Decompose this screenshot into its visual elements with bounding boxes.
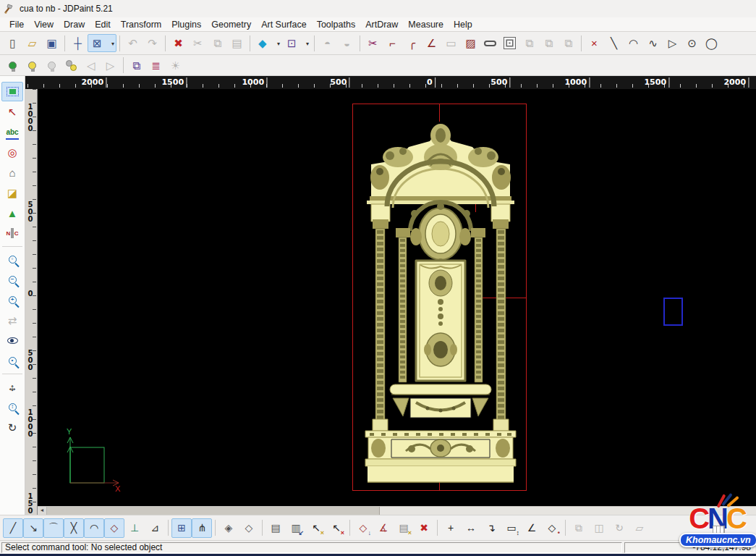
layer-manager-button[interactable]: ≣: [146, 56, 166, 75]
menu-edit[interactable]: Edit: [90, 18, 116, 31]
menu-toolpaths[interactable]: Toolpaths: [312, 18, 361, 31]
open-file-button[interactable]: ▱: [22, 34, 42, 52]
snap-endpoint-button[interactable]: ╱: [3, 518, 23, 538]
relief-tool-button[interactable]: ▲: [1, 203, 23, 223]
point-tool-button[interactable]: +: [441, 518, 461, 538]
zoom-scale-button[interactable]: [1, 397, 23, 417]
menu-file[interactable]: File: [4, 18, 29, 31]
fillet-corner-button[interactable]: ╭: [402, 34, 422, 52]
pick-crosshair-button[interactable]: ┼: [68, 34, 88, 52]
fill-tool-button[interactable]: ◪: [1, 183, 23, 203]
delete-object-button[interactable]: ✖: [169, 34, 188, 52]
blue-object-rectangle[interactable]: [663, 298, 683, 326]
object-filter-button[interactable]: ▤×: [394, 518, 414, 538]
show-selected-button[interactable]: [22, 56, 42, 75]
drawing-canvas[interactable]: Y X ◂: [38, 89, 756, 515]
new-file-button[interactable]: ▯: [3, 34, 22, 52]
measure-distance-button[interactable]: ↔: [461, 518, 481, 538]
measure-region-button[interactable]: ◇•: [542, 518, 562, 538]
relief-preview-alt-icon: ◒: [344, 38, 350, 49]
menu-art-surface[interactable]: Art Surface: [256, 18, 312, 31]
canvas-horizontal-scrollbar[interactable]: ◂: [38, 506, 756, 515]
snap-midpoint-button[interactable]: ↘: [23, 518, 43, 538]
vruler-label-500: 5 0 0: [27, 350, 34, 371]
snap-tangent-button[interactable]: ◠: [84, 518, 104, 538]
concentric-offset-button[interactable]: [500, 34, 519, 52]
pan-view-button[interactable]: [1, 377, 23, 397]
zoom-out-button[interactable]: [1, 270, 23, 290]
measure-angle-button[interactable]: ∠: [522, 518, 542, 538]
hruler-label-1500: 1500: [161, 77, 184, 87]
select-box-dropdown[interactable]: ▾: [111, 40, 114, 46]
scrollbar-left-arrow[interactable]: ◂: [38, 507, 47, 515]
pick-add-button[interactable]: ↖×: [306, 518, 326, 538]
nc-tool-button[interactable]: [1, 224, 23, 243]
delete-object-icon: ✖: [174, 38, 183, 49]
snap-quadrant-button[interactable]: ◇: [104, 518, 124, 538]
project-to-relief-button[interactable]: ▥↙: [286, 518, 306, 538]
measure-rect-button[interactable]: ▭↕: [501, 518, 522, 538]
snap-intersection-button[interactable]: ╳: [64, 518, 84, 538]
chamfer-corner-button[interactable]: ∠: [422, 34, 441, 52]
profile-tool-button[interactable]: ◎: [1, 143, 23, 162]
measure-region-icon-overlay: •: [558, 530, 560, 536]
project-to-plane-button[interactable]: ▤: [266, 518, 286, 538]
measure-step-button[interactable]: ↴: [481, 518, 501, 538]
draw-circle-button[interactable]: ⊙: [682, 34, 702, 52]
menu-view[interactable]: View: [29, 18, 59, 31]
save-file-button[interactable]: ▣: [42, 34, 61, 52]
move-point-button[interactable]: ◇↓: [353, 518, 373, 538]
swap-visibility-button[interactable]: [61, 56, 81, 75]
text-tool-button[interactable]: [1, 122, 23, 142]
draw-ellipse-button[interactable]: ◯: [702, 34, 721, 52]
split-curve-button[interactable]: ✂: [363, 34, 383, 52]
menu-draw[interactable]: Draw: [59, 18, 90, 31]
shaded-view-button[interactable]: ◆▾: [253, 34, 282, 52]
trim-curve-button[interactable]: ⌐: [383, 34, 402, 52]
find-view-button[interactable]: [1, 351, 23, 371]
menu-help[interactable]: Help: [449, 18, 477, 31]
snap-angle-button[interactable]: ⊿: [145, 518, 165, 538]
shaded-view-dropdown[interactable]: ▾: [277, 40, 280, 46]
snap-vertex-button[interactable]: ◈: [218, 518, 239, 538]
refresh-view-button[interactable]: ↻: [1, 418, 23, 437]
zoom-in-button[interactable]: [1, 290, 23, 310]
offset-curve-button[interactable]: ▨: [461, 34, 480, 52]
node-edit-tool-button[interactable]: ↖: [1, 102, 23, 122]
slot-tool-button[interactable]: [480, 34, 500, 52]
snap-nearest-button[interactable]: ⌒: [43, 518, 64, 538]
shape-tool-button[interactable]: ⌂: [1, 163, 23, 182]
draw-circle-icon: ⊙: [687, 38, 697, 49]
menu-geometry[interactable]: Geometry: [206, 18, 256, 31]
menu-measure[interactable]: Measure: [403, 18, 449, 31]
snap-axis-button[interactable]: ⋔: [192, 518, 212, 538]
wireframe-view-button[interactable]: ⊡▾: [282, 34, 311, 52]
select-box-button[interactable]: ⊠▾: [88, 34, 116, 52]
zoom-window-button[interactable]: [1, 250, 23, 269]
draw-polyline-button[interactable]: ▷: [663, 34, 682, 52]
draw-line-button[interactable]: ╲: [604, 34, 624, 52]
select-tool-button[interactable]: [1, 82, 23, 101]
measure-region-icon: ◇: [548, 523, 556, 533]
show-all-button[interactable]: [3, 56, 22, 75]
align-point-button[interactable]: ∡: [373, 518, 394, 538]
hruler-label-500: 500: [490, 77, 507, 87]
toolbar-separator: [250, 35, 250, 51]
show-hide-button[interactable]: [1, 331, 23, 350]
snap-perpendicular-button[interactable]: ⊥: [124, 518, 145, 538]
snap-center-button[interactable]: ◇: [239, 518, 259, 538]
snap-grid-button[interactable]: ⊞: [171, 518, 192, 538]
object-pages-button[interactable]: ⧉: [127, 56, 146, 75]
canvas-artwork-relief[interactable]: [364, 119, 517, 485]
draw-arc-button[interactable]: ◠: [624, 34, 643, 52]
wireframe-view-dropdown[interactable]: ▾: [306, 40, 309, 46]
draw-spline-button[interactable]: ∿: [643, 34, 663, 52]
clear-selection-button[interactable]: ✖: [414, 518, 434, 538]
menu-plugins[interactable]: Plugins: [166, 18, 206, 31]
draw-point-button[interactable]: ×: [585, 34, 604, 52]
rotate-object-icon: ↻: [615, 523, 624, 533]
menu-artdraw[interactable]: ArtDraw: [360, 18, 403, 31]
menu-transform[interactable]: Transform: [116, 18, 167, 31]
scrollbar-thumb[interactable]: [47, 507, 380, 515]
pick-remove-button[interactable]: ↖×: [326, 518, 347, 538]
